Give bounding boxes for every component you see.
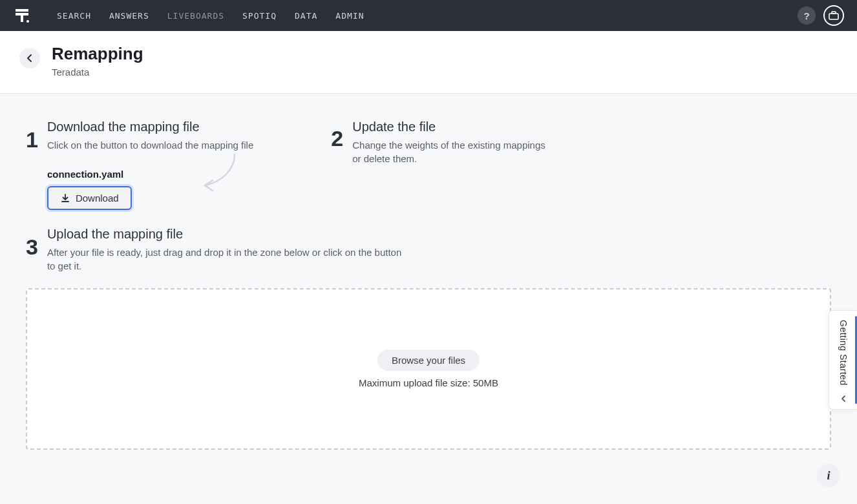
help-icon: ? — [803, 10, 809, 21]
step-2: 2 Update the file Change the weights of … — [331, 120, 546, 165]
step-1-desc: Click on the button to download the mapp… — [47, 138, 253, 152]
page-header: Remapping Teradata — [0, 31, 857, 94]
nav-answers[interactable]: ANSWERS — [109, 11, 149, 21]
upload-size-hint: Maximum upload file size: 50MB — [359, 377, 498, 388]
step-2-number: 2 — [331, 127, 343, 149]
briefcase-icon — [828, 10, 840, 21]
step-3-number: 3 — [26, 236, 38, 258]
step-2-desc: Change the weights of the existing mappi… — [352, 138, 546, 165]
page-title: Remapping — [52, 44, 143, 64]
browse-files-button[interactable]: Browse your files — [377, 350, 480, 371]
info-button[interactable]: i — [817, 464, 840, 487]
nav-search[interactable]: SEARCH — [57, 11, 91, 21]
step-2-title: Update the file — [352, 120, 546, 134]
nav-spotiq[interactable]: SPOTIQ — [242, 11, 277, 21]
info-icon: i — [827, 469, 830, 483]
back-button[interactable] — [19, 48, 40, 68]
step-3-title: Upload the mapping file — [47, 227, 409, 242]
mapping-file-name: connection.yaml — [47, 169, 253, 180]
nav-data[interactable]: DATA — [295, 11, 317, 21]
step-1-number: 1 — [26, 129, 38, 151]
svg-rect-2 — [21, 13, 23, 22]
chevron-left-icon — [25, 54, 34, 63]
svg-rect-0 — [16, 9, 28, 12]
help-button[interactable]: ? — [798, 6, 816, 25]
getting-started-tab[interactable]: Getting Started — [829, 310, 857, 410]
app-logo[interactable] — [13, 6, 31, 25]
nav-links: SEARCH ANSWERS LIVEBOARDS SPOTIQ DATA AD… — [57, 11, 364, 21]
step-1: 1 Download the mapping file Click on the… — [26, 120, 253, 210]
getting-started-label: Getting Started — [838, 320, 849, 386]
upload-dropzone[interactable]: Browse your files Maximum upload file si… — [26, 288, 831, 450]
svg-rect-4 — [829, 14, 838, 19]
nav-liveboards[interactable]: LIVEBOARDS — [167, 11, 224, 21]
svg-rect-5 — [832, 12, 836, 14]
step-3-desc: After your file is ready, just drag and … — [47, 246, 409, 273]
svg-point-3 — [26, 20, 29, 23]
download-icon — [60, 193, 70, 204]
download-button-label: Download — [76, 193, 119, 204]
step-1-title: Download the mapping file — [47, 120, 253, 134]
download-button[interactable]: Download — [47, 186, 132, 210]
nav-admin[interactable]: ADMIN — [335, 11, 364, 21]
page-subtitle: Teradata — [52, 67, 143, 78]
profile-button[interactable] — [823, 5, 844, 26]
browse-files-label: Browse your files — [392, 355, 465, 366]
step-3: 3 Upload the mapping file After your fil… — [26, 227, 831, 273]
chevron-left-icon — [840, 395, 847, 403]
top-navbar: SEARCH ANSWERS LIVEBOARDS SPOTIQ DATA AD… — [0, 0, 857, 31]
main-content: 1 Download the mapping file Click on the… — [0, 94, 857, 504]
